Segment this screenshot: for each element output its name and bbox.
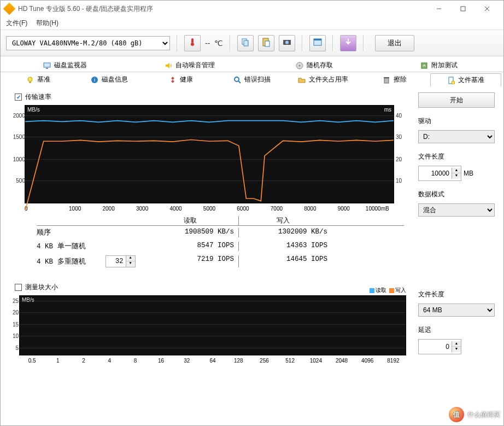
sound-icon xyxy=(165,62,172,69)
svg-rect-1 xyxy=(461,7,465,11)
tab-健康[interactable]: 健康 xyxy=(145,73,216,86)
paste-button[interactable] xyxy=(258,35,274,51)
tab-磁盘监视器[interactable]: 磁盘监视器 xyxy=(3,59,127,72)
results-table: 读取 写入 顺序 1908509 KB/s 1302009 KB/s 4 KB … xyxy=(37,216,404,270)
svg-rect-18 xyxy=(421,63,427,68)
block-size-label: 测量块大小 xyxy=(25,283,58,292)
tab-基准[interactable]: 基准 xyxy=(3,73,74,86)
tab-自动噪音管理[interactable]: 自动噪音管理 xyxy=(127,59,252,72)
delay-input[interactable] xyxy=(419,342,452,351)
tab-擦除[interactable]: 擦除 xyxy=(359,73,430,86)
tab-文件基准[interactable]: 文件基准 xyxy=(430,73,501,86)
refresh-button[interactable] xyxy=(340,35,356,51)
row-seq-read: 1908509 KB/s xyxy=(146,228,239,237)
drive-label: 驱动 xyxy=(418,116,495,126)
temperature-unit: ℃ xyxy=(214,39,223,48)
tab-附加测试[interactable]: 附加测试 xyxy=(377,59,501,72)
queue-depth-input[interactable] xyxy=(106,257,126,266)
start-button[interactable]: 开始 xyxy=(418,92,495,108)
file-length-1-spinner[interactable]: ▲▼ xyxy=(418,166,461,181)
app-window: HD Tune 专业版 5.60 - 硬盘/固态硬盘实用程序 文件(F) 帮助(… xyxy=(0,0,504,426)
svg-rect-15 xyxy=(46,68,48,69)
file-icon xyxy=(447,77,455,84)
window-title: HD Tune 专业版 5.60 - 硬盘/固态硬盘实用程序 xyxy=(18,4,427,14)
toolbar: GLOWAY VAL480NVMe-M.2/80 (480 gB) -- ℃ 退… xyxy=(1,30,503,56)
copy-button[interactable] xyxy=(237,35,254,51)
block-size-chart: 读取 写入 25 20 15 10 5 MB/s xyxy=(9,295,409,364)
block-size-group: 测量块大小 xyxy=(15,283,409,292)
lightbulb-icon xyxy=(26,76,34,84)
spin-down-icon[interactable]: ▼ xyxy=(126,261,135,267)
row-4k-single-name: 4 KB 单一随机 xyxy=(37,242,146,251)
spin-down-icon[interactable]: ▼ xyxy=(452,347,461,352)
svg-point-23 xyxy=(235,77,239,81)
svg-rect-25 xyxy=(384,78,389,83)
spin-up-icon[interactable]: ▲ xyxy=(452,341,461,347)
queue-depth-spinner[interactable]: ▲▼ xyxy=(106,255,136,267)
menu-help[interactable]: 帮助(H) xyxy=(36,19,58,28)
col-read: 读取 xyxy=(146,216,239,225)
svg-rect-9 xyxy=(265,41,269,46)
tab-随机存取[interactable]: 随机存取 xyxy=(252,59,377,72)
side-panel: 开始 驱动 D: 文件长度 ▲▼ MB 数据模式 混合 文件长度 64 MB 延… xyxy=(418,92,495,364)
exit-button[interactable]: 退出 xyxy=(375,35,414,51)
erase-icon xyxy=(383,76,390,84)
file-length-2-select[interactable]: 64 MB xyxy=(418,304,495,317)
watermark: 值 什么值得买 xyxy=(449,407,500,422)
camera-icon xyxy=(282,37,292,49)
app-icon xyxy=(3,3,16,15)
thermometer-icon xyxy=(187,37,197,49)
close-button[interactable] xyxy=(475,1,499,16)
content-area: 传输速率 MB/s ms 2000 1500 1000 500 40 30 20… xyxy=(1,86,503,372)
chart1-plot xyxy=(25,106,394,216)
screenshot-button[interactable] xyxy=(279,35,295,51)
legend-read-swatch xyxy=(370,288,374,293)
block-size-checkbox[interactable] xyxy=(15,284,22,291)
transfer-rate-checkbox[interactable] xyxy=(15,94,22,101)
window-controls xyxy=(427,1,499,16)
monitor-icon xyxy=(43,62,51,69)
file-length-2-label: 文件长度 xyxy=(418,290,495,299)
watermark-badge: 值 xyxy=(449,407,464,422)
svg-rect-20 xyxy=(30,81,31,83)
titlebar: HD Tune 专业版 5.60 - 硬盘/固态硬盘实用程序 xyxy=(1,1,503,17)
file-length-1-label: 文件长度 xyxy=(418,152,495,161)
tools-icon xyxy=(420,62,428,69)
folder-icon xyxy=(298,76,306,84)
tab-磁盘信息[interactable]: i磁盘信息 xyxy=(74,73,145,86)
col-write: 写入 xyxy=(239,216,332,225)
row-seq-name: 顺序 xyxy=(37,228,146,237)
maximize-button[interactable] xyxy=(451,1,475,16)
drive-select[interactable]: GLOWAY VAL480NVMe-M.2/80 (480 gB) xyxy=(6,36,170,50)
download-arrow-icon xyxy=(343,37,353,49)
spin-down-icon[interactable]: ▼ xyxy=(452,173,461,179)
row-seq-write: 1302009 KB/s xyxy=(239,228,332,237)
temperature-button[interactable] xyxy=(184,35,201,51)
svg-point-19 xyxy=(28,77,32,81)
row-4k-multi-read: 7219 IOPS xyxy=(146,255,239,267)
info-icon: i xyxy=(91,76,98,84)
svg-rect-7 xyxy=(244,40,248,46)
menu-file[interactable]: 文件(F) xyxy=(6,19,27,28)
svg-point-11 xyxy=(285,41,289,44)
svg-rect-26 xyxy=(384,77,389,78)
window-info-button[interactable] xyxy=(309,35,326,51)
disk-icon xyxy=(296,62,303,69)
tab-strip: 磁盘监视器自动噪音管理随机存取附加测试 基准i磁盘信息健康错误扫描文件夹占用率擦… xyxy=(1,59,503,86)
spin-up-icon[interactable]: ▲ xyxy=(452,168,461,173)
tab-文件夹占用率[interactable]: 文件夹占用率 xyxy=(288,73,359,86)
svg-point-5 xyxy=(191,43,194,46)
file-length-1-input[interactable] xyxy=(419,169,452,178)
drive-letter-select[interactable]: D: xyxy=(418,130,495,143)
transfer-rate-label: 传输速率 xyxy=(25,92,51,102)
row-4k-multi-write: 14645 IOPS xyxy=(239,255,332,267)
data-mode-select[interactable]: 混合 xyxy=(418,203,495,217)
data-mode-label: 数据模式 xyxy=(418,190,495,199)
minimize-button[interactable] xyxy=(427,1,451,16)
delay-spinner[interactable]: ▲▼ xyxy=(418,339,461,354)
copy-icon xyxy=(241,37,250,49)
svg-line-24 xyxy=(238,81,241,83)
delay-label: 延迟 xyxy=(418,325,495,335)
tab-错误扫描[interactable]: 错误扫描 xyxy=(216,73,288,86)
row-4k-single-write: 14363 IOPS xyxy=(239,242,332,251)
